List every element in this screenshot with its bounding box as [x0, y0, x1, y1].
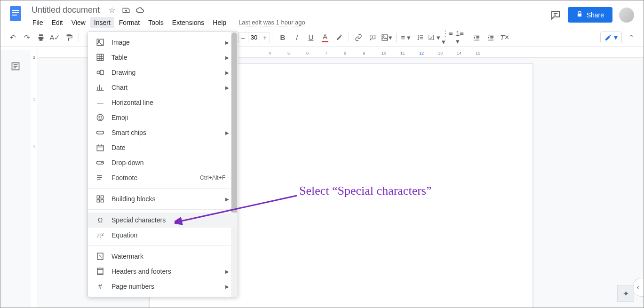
- increase-indent-button[interactable]: [484, 31, 497, 44]
- svg-rect-15: [97, 131, 104, 134]
- text-color-button[interactable]: A: [318, 31, 332, 44]
- explore-button[interactable]: ✦: [617, 285, 634, 302]
- date-icon: [95, 143, 105, 152]
- checklist-button[interactable]: ☑ ▾: [428, 31, 441, 44]
- bulleted-list-button[interactable]: ⋮≡ ▾: [442, 31, 455, 44]
- chevron-right-icon: ▶: [225, 70, 229, 75]
- annotation-text: Select “Special characters”: [299, 184, 432, 198]
- cloud-status-icon[interactable]: [135, 6, 145, 15]
- font-size-decrease[interactable]: –: [239, 34, 248, 41]
- share-button[interactable]: Share: [568, 7, 612, 23]
- hide-menus-button[interactable]: ⌃: [625, 31, 638, 44]
- menu-item-date[interactable]: Date: [88, 140, 238, 155]
- star-icon[interactable]: ☆: [107, 6, 117, 15]
- italic-button[interactable]: I: [290, 31, 303, 44]
- watermark-icon: [95, 252, 105, 261]
- chevron-right-icon: ▶: [225, 269, 229, 274]
- svg-rect-23: [97, 268, 103, 275]
- svg-line-24: [179, 196, 297, 221]
- menu-item-watermark[interactable]: Watermark: [88, 249, 238, 264]
- emoji-icon: [95, 113, 105, 122]
- menu-item-footnote[interactable]: Footnote Ctrl+Alt+F: [88, 170, 238, 185]
- menu-view[interactable]: View: [68, 17, 89, 28]
- align-button[interactable]: ≡ ▾: [399, 31, 413, 44]
- page-numbers-icon: #: [95, 282, 105, 291]
- highlight-button[interactable]: [333, 31, 346, 44]
- building-blocks-icon: [95, 194, 105, 204]
- menu-format[interactable]: Format: [115, 17, 143, 28]
- docs-logo[interactable]: [6, 4, 25, 23]
- chevron-right-icon: ▶: [225, 85, 229, 90]
- vertical-ruler: 2 1 1: [31, 50, 38, 308]
- svg-point-5: [383, 36, 384, 37]
- comment-history-icon[interactable]: [550, 9, 561, 21]
- menu-tools[interactable]: Tools: [144, 17, 167, 28]
- bold-button[interactable]: B: [276, 31, 289, 44]
- chevron-right-icon: ▶: [225, 55, 229, 60]
- menu-item-dropdown[interactable]: Drop-down: [88, 155, 238, 170]
- insert-link-button[interactable]: [352, 31, 365, 44]
- annotation-arrow: [175, 191, 302, 229]
- table-icon: [95, 53, 105, 62]
- spellcheck-button[interactable]: A✓: [48, 31, 62, 44]
- svg-rect-11: [100, 71, 103, 75]
- menu-item-horizontal-line[interactable]: — Horizontal line: [88, 95, 238, 110]
- clear-formatting-button[interactable]: T✕: [498, 31, 511, 44]
- smart-chips-icon: [95, 128, 105, 137]
- dropdown-icon: [95, 158, 105, 167]
- svg-point-12: [97, 114, 103, 121]
- menu-edit[interactable]: Edit: [48, 17, 67, 28]
- menu-help[interactable]: Help: [209, 17, 230, 28]
- menu-extensions[interactable]: Extensions: [168, 17, 208, 28]
- decrease-indent-button[interactable]: [470, 31, 483, 44]
- menubar: File Edit View Insert Format Tools Exten…: [29, 17, 550, 28]
- menu-item-emoji[interactable]: Emoji: [88, 110, 238, 125]
- menu-item-table[interactable]: Table ▶: [88, 50, 238, 65]
- menu-item-chart[interactable]: Chart ▶: [88, 80, 238, 95]
- undo-button[interactable]: ↶: [6, 31, 19, 44]
- svg-point-8: [98, 40, 100, 42]
- editing-mode-button[interactable]: ▾: [600, 32, 622, 43]
- font-size-value[interactable]: 30: [248, 32, 260, 43]
- doc-title[interactable]: Untitled document: [29, 4, 103, 16]
- svg-point-13: [99, 117, 100, 118]
- print-button[interactable]: [34, 31, 48, 44]
- last-edit-link[interactable]: Last edit was 1 hour ago: [239, 19, 305, 26]
- paint-format-button[interactable]: [63, 31, 76, 44]
- svg-point-14: [101, 117, 102, 118]
- menu-item-drawing[interactable]: Drawing ▶: [88, 65, 238, 80]
- menu-item-equation[interactable]: π² Equation: [88, 228, 238, 243]
- redo-button[interactable]: ↷: [20, 31, 33, 44]
- menu-item-page-numbers[interactable]: # Page numbers ▶: [88, 279, 238, 294]
- add-comment-button[interactable]: [366, 31, 379, 44]
- image-icon: [95, 38, 105, 47]
- chart-icon: [95, 83, 105, 92]
- insert-image-button[interactable]: ▾: [380, 31, 393, 44]
- pi-icon: π²: [95, 230, 105, 240]
- chevron-right-icon: ▶: [225, 130, 229, 135]
- svg-rect-2: [12, 12, 19, 13]
- account-avatar[interactable]: [619, 8, 634, 23]
- svg-rect-1: [12, 10, 19, 11]
- menu-item-headers-footers[interactable]: Headers and footers ▶: [88, 264, 238, 279]
- numbered-list-button[interactable]: 1≡ ▾: [456, 31, 469, 44]
- outline-toggle-button[interactable]: [7, 58, 24, 75]
- menu-item-image[interactable]: Image ▶: [88, 35, 238, 50]
- menu-insert[interactable]: Insert: [90, 17, 114, 28]
- move-icon[interactable]: [121, 6, 131, 15]
- lock-icon: [576, 11, 583, 19]
- svg-rect-4: [382, 35, 388, 40]
- headers-footers-icon: [95, 267, 105, 276]
- line-spacing-button[interactable]: [413, 31, 427, 44]
- menu-file[interactable]: File: [29, 17, 47, 28]
- svg-rect-0: [10, 6, 21, 21]
- footnote-icon: [95, 173, 105, 182]
- menu-item-smart-chips[interactable]: Smart chips ▶: [88, 125, 238, 140]
- svg-rect-9: [97, 54, 103, 61]
- svg-point-10: [97, 71, 100, 74]
- svg-rect-3: [12, 15, 17, 16]
- underline-button[interactable]: U: [304, 31, 318, 44]
- font-size-stepper[interactable]: – 30 +: [238, 32, 270, 43]
- svg-rect-18: [97, 196, 99, 198]
- font-size-increase[interactable]: +: [260, 34, 270, 41]
